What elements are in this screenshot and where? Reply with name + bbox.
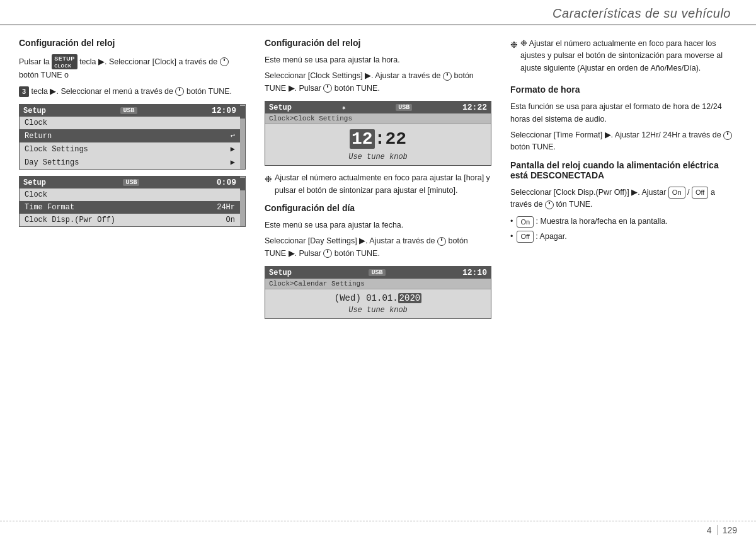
col2-para2: Seleccionar [Clock Settings] ▶. Ajustar … bbox=[265, 71, 443, 80]
asterisk-2: ❉ bbox=[510, 38, 518, 52]
tune-knob-col3-2 bbox=[545, 200, 554, 209]
col1-para1c: botón TUNE o bbox=[19, 71, 69, 79]
screen2-usb: USB bbox=[123, 179, 139, 186]
screen2-item-time-format: Time Format 24Hr bbox=[20, 201, 240, 214]
calendar-display: (Wed) 01.01.2020 bbox=[265, 289, 491, 304]
screen1-item-return: Return ↩ bbox=[20, 129, 240, 142]
screen1-item-clock: Clock bbox=[20, 117, 240, 129]
scroll-thumb-2 bbox=[240, 178, 245, 190]
screen-day-header: Setup USB 12:10 bbox=[265, 267, 491, 279]
tune-knob-col2-2 bbox=[323, 84, 332, 93]
col1-body: Pulsar la SETUPCLOCK tecla ▶. Selecciona… bbox=[19, 54, 246, 98]
col3-bullets: • On : Muestra la hora/fecha en la panta… bbox=[510, 216, 737, 243]
screen1-time: 12:09 bbox=[212, 106, 236, 115]
bullet-off-badge: Off bbox=[517, 231, 533, 243]
column-2: Configuración del reloj Este menú se usa… bbox=[255, 38, 501, 325]
col2-para4c: botón TUNE. bbox=[335, 249, 380, 258]
screen-clock-setup: Setup bbox=[269, 103, 292, 112]
bullet-dot-2: • bbox=[510, 231, 513, 243]
col3-pwr-para1: Seleccionar [Clock Disp.(Pwr Off)] ▶. Aj… bbox=[510, 188, 668, 197]
content-area: Configuración del reloj Pulsar la SETUPC… bbox=[0, 25, 756, 332]
col3-note1: ❉ ❉ Ajustar el número actualmente en foc… bbox=[510, 38, 737, 74]
column-3: ❉ ❉ Ajustar el número actualmente en foc… bbox=[501, 38, 737, 325]
page-footer: 4 129 bbox=[0, 521, 756, 539]
screen2-body: Clock Time Format 24Hr Clock Disp.(Pwr O… bbox=[20, 188, 240, 226]
page-header: Características de su vehículo bbox=[0, 0, 756, 25]
screen-day-usb: USB bbox=[369, 269, 385, 276]
on-badge: On bbox=[668, 187, 685, 199]
col3-pwr-body: Seleccionar [Clock Disp.(Pwr Off)] ▶. Aj… bbox=[510, 187, 737, 211]
col2-body1: Este menú se usa para ajustar la hora. S… bbox=[265, 54, 491, 95]
col3-format-para2: Seleccionar [Time Format] ▶. Ajustar 12H… bbox=[510, 130, 723, 139]
col3-section-title-pwr: Pantalla del reloj cuando la alimentació… bbox=[510, 160, 737, 180]
screen-clock-time: 12:22 bbox=[462, 103, 487, 112]
col2-body2: Este menú se usa para ajustar la fecha. … bbox=[265, 219, 491, 260]
bullet1-text: : Muestra la hora/fecha en la pantalla. bbox=[536, 217, 668, 226]
clock-hours: 12 bbox=[350, 129, 375, 149]
col3-pwr-para1c: tón TUNE. bbox=[556, 200, 592, 209]
screen-clock-usb: USB bbox=[396, 104, 412, 111]
calendar-date: (Wed) 01.01. bbox=[335, 293, 398, 303]
clock-minutes: :22 bbox=[375, 129, 406, 149]
col2-note1-text: Ajustar el número actualmente en foco pa… bbox=[275, 172, 491, 197]
col2-para2c: botón TUNE. bbox=[335, 84, 380, 93]
tune-knob-col3 bbox=[723, 131, 732, 140]
screen2-scrollbar bbox=[240, 177, 245, 226]
screen2-item-clock: Clock bbox=[20, 188, 240, 201]
page-number: 129 bbox=[723, 525, 737, 535]
col3-section-title-format: Formato de hora bbox=[510, 84, 737, 95]
screen-day-breadcrumb: Clock>Calendar Settings bbox=[265, 279, 491, 289]
screen-day: Setup USB 12:10 Clock>Calendar Settings … bbox=[265, 266, 491, 319]
screen1-item-day-settings: Day Settings ▶ bbox=[20, 156, 240, 169]
bluetooth-icon: ✸ bbox=[342, 104, 346, 112]
screen-day-body: (Wed) 01.01.2020 Use tune knob bbox=[265, 289, 491, 318]
clock-tune-label: Use tune knob bbox=[265, 151, 491, 165]
col3-format-para1: Esta función se usa para ajustar el form… bbox=[510, 101, 737, 125]
screen1-setup: Setup bbox=[23, 107, 46, 115]
col2-note1: ❉ Ajustar el número actualmente en foco … bbox=[265, 172, 491, 197]
asterisk-1: ❉ bbox=[265, 173, 272, 187]
bullet-off: • Off : Apagar. bbox=[510, 231, 737, 243]
col3-note1-text: ❉ Ajustar el número actualmente en foco … bbox=[520, 38, 737, 74]
tune-knob-col2-4 bbox=[323, 249, 332, 258]
page-title: Características de su vehículo bbox=[553, 6, 731, 21]
col1-para1b: tecla ▶. Seleccionar [Clock] a través de bbox=[79, 57, 220, 66]
tune-knob-col2-3 bbox=[437, 237, 446, 246]
col2-para4: Seleccionar [Day Settings] ▶. Ajustar a … bbox=[265, 236, 437, 245]
col1-para1: Pulsar la bbox=[19, 57, 50, 66]
day-tune-label: Use tune knob bbox=[265, 304, 491, 318]
col2-para3: Este menú se usa para ajustar la fecha. bbox=[265, 219, 491, 231]
screen1-usb: USB bbox=[120, 107, 137, 114]
screen-clock-body: 12:22 Use tune knob bbox=[265, 124, 491, 165]
screen-day-setup: Setup bbox=[269, 269, 292, 277]
screen2-item-clock-disp: Clock Disp.(Pwr Off) On bbox=[20, 214, 240, 226]
screen2-header: Setup USB 0:09 bbox=[20, 177, 240, 188]
screen-clock-breadcrumb: Clock>Clock Settings bbox=[265, 113, 491, 124]
screen-day-time: 12:10 bbox=[462, 268, 487, 277]
bullet-dot-1: • bbox=[510, 216, 513, 228]
off-badge: Off bbox=[692, 187, 708, 199]
setup-clock-badge: SETUPCLOCK bbox=[52, 54, 77, 69]
screen1-header: Setup USB 12:09 bbox=[20, 105, 240, 117]
clock-big-time: 12:22 bbox=[265, 124, 491, 151]
calendar-year: 2020 bbox=[398, 293, 422, 303]
page-divider bbox=[717, 525, 718, 535]
screen-clock-header: Setup ✸ USB 12:22 bbox=[265, 101, 491, 113]
scroll-thumb-1 bbox=[240, 106, 245, 119]
screen1-scrollbar bbox=[240, 105, 245, 169]
col2-para1: Este menú se usa para ajustar la hora. bbox=[265, 54, 491, 66]
screen1-body: Clock Return ↩ Clock Settings ▶ Day Sett… bbox=[20, 117, 240, 169]
screen-1: Setup USB 12:09 Clock Return ↩ Cl bbox=[19, 104, 246, 170]
num-3-badge: 3 bbox=[19, 86, 29, 97]
col1-para1e: botón TUNE. bbox=[186, 87, 232, 96]
screen-clock: Setup ✸ USB 12:22 Clock>Clock Settings 1… bbox=[265, 101, 491, 166]
bullet-on-badge: On bbox=[517, 216, 534, 228]
bullet2-text: : Apagar. bbox=[536, 232, 566, 241]
col3-slash: / bbox=[687, 188, 692, 197]
screen2-time: 0:09 bbox=[217, 178, 236, 187]
col3-format-body: Esta función se usa para ajustar el form… bbox=[510, 101, 737, 154]
col2-section-title-2: Configuración del día bbox=[265, 203, 491, 213]
column-1: Configuración del reloj Pulsar la SETUPC… bbox=[19, 38, 255, 325]
tune-knob-icon-2 bbox=[175, 87, 184, 96]
tune-knob-col2-1 bbox=[443, 72, 452, 81]
